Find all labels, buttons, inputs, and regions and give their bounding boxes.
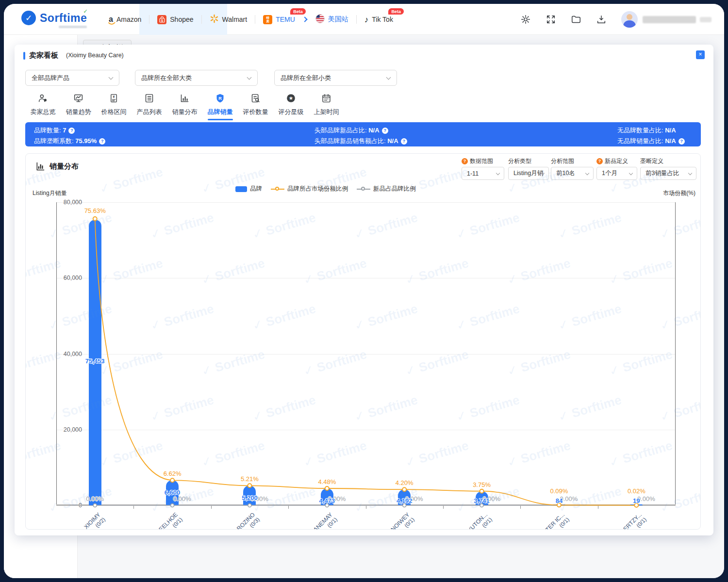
x-axis-label-LANEMAY: LANEMAY(0/1) [291, 511, 339, 530]
legend-item-0[interactable]: 品牌 [235, 185, 262, 193]
market-label: Tik Tok [372, 16, 393, 23]
tab-seller-overview[interactable]: 卖家总览 [25, 91, 61, 118]
help-icon[interactable]: ? [678, 138, 685, 145]
x-axis-label-WATER IC...: WATER IC...(0/1) [523, 511, 571, 530]
shopee-icon: S [157, 15, 166, 24]
tab-star-rating[interactable]: ★评分星级 [273, 91, 309, 118]
tiktok-icon: ♪ [364, 16, 369, 24]
modal-subtitle: (Xioimy Beauty Care) [66, 52, 124, 59]
select-value: 品牌所在全部小类 [281, 74, 331, 82]
help-icon[interactable]: ? [401, 138, 407, 145]
control-select-value: 前3销量占比 [645, 169, 679, 178]
control-select-2[interactable]: 前10名 [551, 167, 594, 180]
control-select-0[interactable]: 1-11 [462, 167, 504, 180]
listing-time-icon [321, 93, 331, 105]
beta-badge: Beta [290, 8, 306, 15]
tab-product-list[interactable]: 产品列表 [132, 91, 167, 118]
stat-text: 品牌数量: 7 [34, 126, 66, 135]
brand-sales-icon: R [215, 93, 225, 105]
market-tiktok[interactable]: ♪Tik TokBeta [357, 4, 401, 35]
watermark: ✓ Sorftime [25, 529, 63, 530]
watermark: ✓ Sorftime [301, 529, 368, 530]
marketplace-nav: aAmazonSShopeeWalmart特卖TEMUBeta美国站♪Tik T… [101, 4, 401, 35]
folder-icon[interactable] [571, 14, 581, 25]
modal-title: 卖家看板 [29, 51, 58, 60]
settings-gear-icon[interactable] [520, 14, 531, 25]
market-label: Walmart [222, 16, 248, 23]
tab-label: 上架时间 [314, 108, 339, 116]
market-walmart[interactable]: Walmart [202, 4, 255, 35]
market-amazon[interactable]: aAmazon [101, 4, 149, 35]
seller-dashboard-modal: 卖家看板 (Xioimy Beauty Care) × 全部品牌产品品牌所在全部… [15, 45, 713, 535]
stat-0-0: 品牌数量: 7? [34, 126, 75, 135]
legend-item-2[interactable]: 新品占品牌比例 [357, 185, 416, 193]
market-share-label: 75.63% [84, 207, 106, 214]
user-avatar[interactable] [621, 11, 638, 28]
stat-1-1: 头部品牌新品销售额占比: N/A? [314, 137, 407, 146]
tab-sales-distribution[interactable]: 销量分布 [167, 91, 202, 118]
legend-item-1[interactable]: 品牌所占市场份额比例 [271, 185, 348, 193]
tab-sales-trend[interactable]: 销量趋势 [61, 91, 96, 118]
stat-text: 无品牌销量占比: N/A [617, 137, 676, 146]
review-count-icon [250, 93, 261, 105]
market-share-label: 4.48% [318, 478, 336, 485]
stat-text: 无品牌数量占比: N/A [617, 126, 676, 135]
chevron-down-icon [496, 171, 500, 175]
legend-ring [275, 187, 279, 191]
tab-label: 产品列表 [137, 108, 162, 116]
help-icon[interactable]: ? [382, 128, 388, 134]
svg-text:S: S [161, 18, 164, 22]
control-select-4[interactable]: 前3销量占比 [640, 167, 696, 180]
market-temu[interactable]: 特卖TEMUBeta [255, 4, 303, 35]
y-axis-right-title: 市场份额(%) [663, 189, 695, 197]
tab-brand-sales[interactable]: R品牌销量 [202, 91, 238, 118]
bar-value-label: 4,192 [397, 497, 413, 504]
brand-select-1[interactable]: 品牌所在全部大类 [135, 70, 258, 86]
app-window: ✓ Sorftime✓ aAmazonSShopeeWalmart特卖TEMUB… [4, 4, 724, 578]
market-share-label: 5.21% [241, 475, 259, 483]
svg-text:R: R [218, 96, 222, 101]
bar-value-label: 75,453 [85, 357, 105, 365]
brand-select-0[interactable]: 全部品牌产品 [25, 70, 119, 86]
control-label-1: 分析类型 [508, 157, 531, 165]
help-icon[interactable]: ? [68, 128, 75, 134]
control-label-text: 分析类型 [508, 157, 531, 165]
tab-review-count[interactable]: 评价数量 [238, 91, 273, 118]
sales-distribution-icon [180, 93, 190, 105]
tab-label: 品牌销量 [208, 108, 233, 116]
watermark: ✓ Sorftime [199, 529, 266, 530]
control-label-3: ?新品定义 [596, 157, 628, 165]
market-shopee[interactable]: SShopee [149, 4, 201, 35]
legend-label: 品牌 [250, 185, 262, 193]
brand-name: Sorftime✓ [40, 12, 87, 25]
amazon-icon: a [109, 16, 113, 23]
product-list-icon [144, 93, 154, 105]
sorftime-logo[interactable]: ✓ Sorftime✓ [21, 11, 87, 25]
tab-listing-time[interactable]: 上架时间 [309, 91, 344, 118]
chart-legend: 品牌品牌所占市场份额比例新品占品牌比例 [235, 185, 416, 193]
market-us-site[interactable]: 美国站 [308, 4, 356, 35]
market-label: TEMU [276, 16, 295, 23]
watermark: ✓ Sorftime [98, 529, 165, 530]
fullscreen-icon[interactable] [546, 14, 556, 25]
watermark: ✓ Sorftime [505, 529, 572, 530]
tab-price-range[interactable]: ¥价格区间 [96, 91, 132, 118]
control-select-1[interactable]: Listing月销 [508, 167, 549, 180]
legend-ring [361, 187, 365, 191]
stat-text: 头部品牌新品销售额占比: N/A [314, 137, 398, 146]
help-icon[interactable]: ? [99, 138, 105, 145]
chevron-down-icon [247, 75, 252, 80]
control-select-3[interactable]: 1个月 [596, 167, 637, 180]
control-select-value: Listing月销 [513, 169, 543, 178]
stat-1-0: 品牌垄断系数: 75.95%? [34, 137, 105, 146]
price-range-icon: ¥ [109, 93, 119, 105]
x-axis-label-ROZINO: ROZINO(0/3) [214, 511, 262, 530]
control-select-value: 1个月 [602, 169, 617, 178]
help-icon[interactable]: ? [596, 158, 603, 164]
close-icon[interactable]: × [696, 50, 705, 59]
walmart-icon [210, 14, 219, 25]
brand-select-2[interactable]: 品牌所在全部小类 [274, 70, 397, 86]
select-value: 全部品牌产品 [32, 74, 69, 82]
help-icon[interactable]: ? [462, 158, 468, 164]
download-icon[interactable] [596, 14, 607, 25]
